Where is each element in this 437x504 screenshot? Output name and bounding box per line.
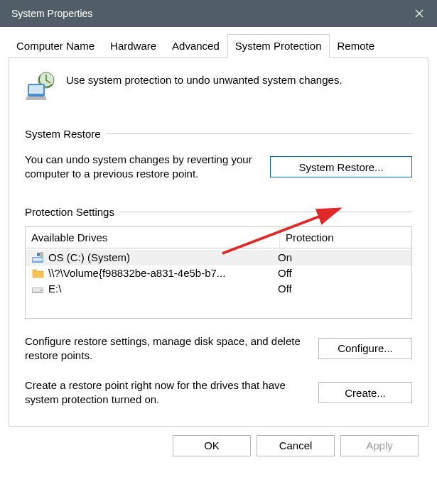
system-restore-icon: [25, 71, 56, 102]
column-header-drives[interactable]: Available Drives: [26, 227, 280, 248]
svg-rect-7: [37, 253, 40, 256]
drives-table: Available Drives Protection OS (C:) (Sys…: [25, 226, 412, 319]
svg-point-11: [41, 290, 42, 291]
ok-button[interactable]: OK: [173, 435, 251, 456]
divider: [107, 133, 412, 134]
drive-name: OS (C:) (System): [48, 251, 278, 263]
tab-computer-name[interactable]: Computer Name: [9, 34, 102, 57]
intro-row: Use system protection to undo unwanted s…: [25, 71, 412, 102]
tab-hardware[interactable]: Hardware: [102, 34, 164, 57]
drive-protection-status: On: [278, 251, 406, 263]
protection-settings-legend: Protection Settings: [25, 206, 114, 218]
divider: [120, 212, 412, 212]
tab-advanced[interactable]: Advanced: [164, 34, 227, 57]
tabs-strip: Computer Name Hardware Advanced System P…: [9, 34, 428, 58]
svg-rect-8: [40, 252, 43, 257]
tab-remote[interactable]: Remote: [330, 34, 383, 57]
drive-name: E:\: [48, 283, 278, 295]
tab-system-protection[interactable]: System Protection: [227, 34, 330, 58]
os-drive-icon: [31, 251, 45, 264]
fieldset-system-restore: System Restore You can undo system chang…: [25, 128, 412, 182]
drives-table-header: Available Drives Protection: [26, 227, 411, 248]
folder-icon: [31, 267, 45, 280]
configure-row: Configure restore settings, manage disk …: [25, 334, 412, 363]
svg-rect-2: [29, 85, 43, 94]
svg-rect-3: [26, 97, 46, 100]
fieldset-protection-settings: Protection Settings Available Drives Pro…: [25, 206, 412, 407]
system-restore-button[interactable]: System Restore...: [270, 156, 412, 177]
drive-protection-status: Off: [278, 267, 406, 279]
system-restore-description: You can undo system changes by reverting…: [25, 153, 257, 182]
window-title: System Properties: [11, 8, 403, 19]
drive-icon: [31, 283, 45, 295]
drives-table-body: OS (C:) (System) On \\?\Volume{f98832be-…: [26, 248, 411, 318]
window-titlebar: System Properties: [0, 0, 437, 27]
window-close-button[interactable]: [403, 0, 436, 27]
drive-protection-status: Off: [278, 283, 406, 295]
dialog-button-bar: OK Cancel Apply: [9, 427, 428, 466]
intro-text: Use system protection to undo unwanted s…: [66, 71, 342, 86]
tab-panel-system-protection: Use system protection to undo unwanted s…: [9, 58, 428, 427]
create-button[interactable]: Create...: [318, 382, 412, 403]
system-restore-legend: System Restore: [25, 128, 101, 140]
cancel-button[interactable]: Cancel: [257, 435, 335, 456]
drive-row[interactable]: E:\ Off: [26, 281, 411, 297]
drive-name: \\?\Volume{f98832be-a831-4e5b-b7...: [48, 267, 278, 279]
configure-button[interactable]: Configure...: [318, 338, 412, 359]
apply-button[interactable]: Apply: [340, 435, 419, 456]
create-row: Create a restore point right now for the…: [25, 378, 412, 407]
close-icon: [415, 9, 423, 18]
drive-row[interactable]: OS (C:) (System) On: [26, 250, 411, 265]
column-header-protection[interactable]: Protection: [280, 227, 411, 248]
drive-row[interactable]: \\?\Volume{f98832be-a831-4e5b-b7... Off: [26, 265, 411, 281]
configure-description: Configure restore settings, manage disk …: [25, 334, 308, 363]
create-description: Create a restore point right now for the…: [25, 378, 308, 407]
svg-rect-6: [33, 258, 43, 261]
dialog-body: Computer Name Hardware Advanced System P…: [0, 27, 437, 475]
